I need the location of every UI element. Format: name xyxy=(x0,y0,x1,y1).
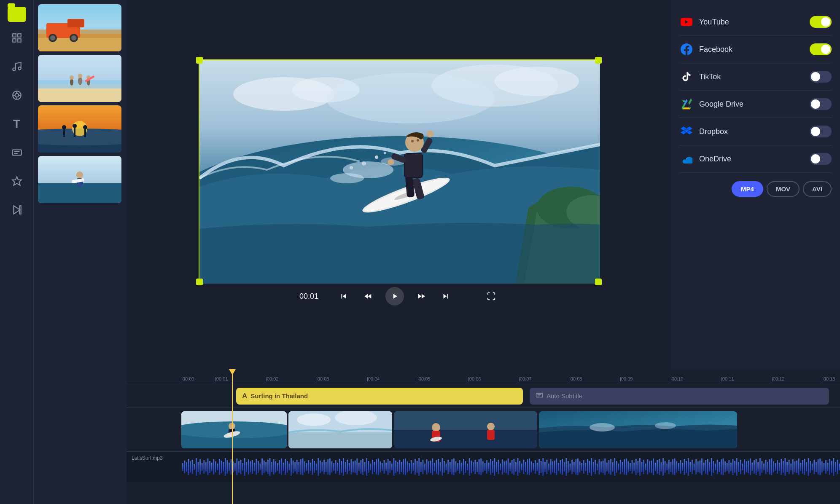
svg-rect-373 xyxy=(692,460,693,474)
svg-marker-15 xyxy=(12,177,22,185)
svg-rect-362 xyxy=(670,462,672,472)
svg-rect-372 xyxy=(689,462,691,472)
tiktok-toggle[interactable] xyxy=(810,71,832,83)
video-clip-2[interactable] xyxy=(288,411,392,448)
subtitle-clip[interactable]: Auto Subtitle xyxy=(530,388,829,405)
resize-handle-bl[interactable] xyxy=(196,279,203,285)
svg-rect-162 xyxy=(283,463,284,471)
media-thumbnail-3[interactable] xyxy=(38,105,121,153)
svg-rect-140 xyxy=(240,460,242,474)
svg-rect-193 xyxy=(343,458,344,476)
svg-point-64 xyxy=(362,161,366,166)
svg-rect-203 xyxy=(362,459,363,475)
ruler-mark-9: |00:09 xyxy=(620,376,670,384)
svg-rect-432 xyxy=(806,462,807,472)
svg-rect-126 xyxy=(213,459,214,475)
facebook-toggle[interactable] xyxy=(810,43,832,55)
media-thumbnail-1[interactable] xyxy=(38,4,121,51)
sidebar-item-media[interactable] xyxy=(8,7,26,22)
format-mov-button[interactable]: MOV xyxy=(767,181,800,197)
sidebar-item-effects[interactable] xyxy=(4,169,30,194)
svg-rect-197 xyxy=(351,459,352,475)
sidebar-item-music[interactable] xyxy=(4,54,30,79)
svg-rect-326 xyxy=(600,461,602,472)
svg-rect-184 xyxy=(326,462,327,472)
format-avi-button[interactable]: AVI xyxy=(803,181,832,197)
svg-rect-171 xyxy=(300,459,302,475)
skip-to-start-button[interactable] xyxy=(337,289,351,303)
svg-rect-136 xyxy=(232,461,234,472)
format-mp4-button[interactable]: MP4 xyxy=(732,181,763,197)
ruler-mark-8: |00:08 xyxy=(569,376,620,384)
resize-handle-tr[interactable] xyxy=(595,57,602,64)
onedrive-toggle[interactable] xyxy=(810,153,832,165)
play-button[interactable] xyxy=(385,287,404,306)
video-track-label-area xyxy=(127,408,181,451)
resize-handle-br[interactable] xyxy=(595,279,602,285)
svg-rect-115 xyxy=(192,460,193,474)
fast-forward-button[interactable] xyxy=(414,289,428,303)
svg-rect-421 xyxy=(785,458,786,476)
svg-rect-347 xyxy=(641,462,643,472)
ruler-mark-0: |00:00 xyxy=(181,376,215,384)
svg-rect-406 xyxy=(756,459,757,475)
svg-rect-303 xyxy=(556,458,557,475)
tiktok-icon xyxy=(680,70,693,83)
svg-rect-366 xyxy=(678,463,679,471)
svg-rect-287 xyxy=(525,462,526,472)
svg-rect-261 xyxy=(475,460,476,474)
svg-rect-325 xyxy=(599,459,600,475)
svg-rect-424 xyxy=(790,464,792,470)
share-item-tiktok: TikTok xyxy=(680,63,832,91)
sidebar-item-text[interactable]: T xyxy=(4,111,30,137)
tiktok-label: TikTok xyxy=(699,72,721,81)
dropbox-toggle[interactable] xyxy=(810,126,832,137)
svg-rect-167 xyxy=(293,461,294,473)
googledrive-toggle[interactable] xyxy=(810,98,832,110)
video-clip-4[interactable] xyxy=(539,411,737,448)
svg-rect-317 xyxy=(583,460,584,474)
media-thumbnail-4[interactable] xyxy=(38,156,121,203)
svg-rect-201 xyxy=(358,463,360,471)
svg-rect-324 xyxy=(597,464,598,470)
fullscreen-button[interactable] xyxy=(484,289,498,303)
svg-rect-221 xyxy=(397,462,398,472)
rewind-button[interactable] xyxy=(361,289,375,303)
skip-to-end-button[interactable] xyxy=(439,289,453,303)
media-thumbnail-2[interactable] xyxy=(38,55,121,102)
sidebar-item-subtitles[interactable] xyxy=(4,140,30,165)
svg-rect-409 xyxy=(761,461,762,473)
svg-rect-185 xyxy=(327,459,328,475)
svg-rect-192 xyxy=(341,461,342,473)
app-container: T xyxy=(0,0,840,504)
svg-rect-22 xyxy=(67,19,84,27)
googledrive-label: Google Drive xyxy=(699,100,743,109)
svg-rect-423 xyxy=(789,460,790,474)
svg-rect-370 xyxy=(686,461,687,473)
svg-point-44 xyxy=(73,124,77,128)
svg-rect-355 xyxy=(657,460,658,474)
share-item-onedrive: OneDrive xyxy=(680,145,832,173)
svg-point-81 xyxy=(417,139,419,142)
svg-rect-133 xyxy=(227,460,228,474)
title-clip[interactable]: A Surfing in Thailand xyxy=(236,388,523,405)
svg-rect-252 xyxy=(457,463,458,471)
svg-rect-156 xyxy=(271,462,272,472)
video-clip-3[interactable] xyxy=(394,411,537,448)
video-clip-1[interactable] xyxy=(181,411,287,448)
svg-rect-386 xyxy=(717,460,718,474)
sidebar-item-library[interactable] xyxy=(4,25,30,51)
svg-rect-173 xyxy=(304,461,305,472)
svg-rect-198 xyxy=(353,461,354,472)
svg-rect-284 xyxy=(519,461,520,473)
youtube-toggle[interactable] xyxy=(810,16,832,28)
svg-point-80 xyxy=(411,140,414,142)
svg-rect-262 xyxy=(477,462,478,472)
svg-rect-124 xyxy=(209,461,210,473)
resize-handle-tl[interactable] xyxy=(196,57,203,64)
svg-rect-351 xyxy=(649,461,650,472)
svg-rect-354 xyxy=(655,463,656,471)
svg-rect-183 xyxy=(323,460,325,474)
sidebar-item-transitions[interactable] xyxy=(4,197,30,223)
sidebar-item-filter[interactable] xyxy=(4,83,30,108)
